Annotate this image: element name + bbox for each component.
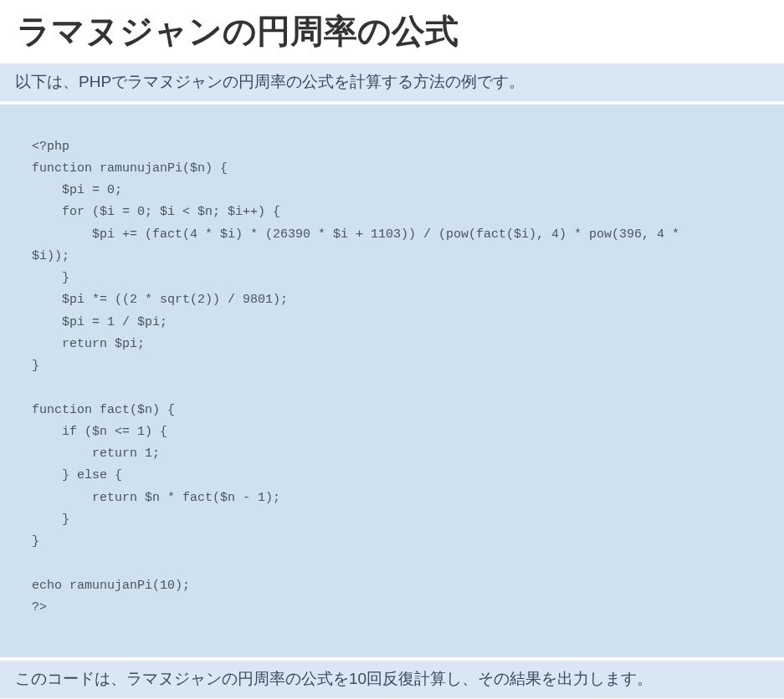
code-block: <?php function ramunujanPi($n) { $pi = 0… [0,105,784,658]
intro-paragraph: 以下は、PHPでラマヌジャンの円周率の公式を計算する方法の例です。 [0,64,784,101]
code-content: <?php function ramunujanPi($n) { $pi = 0… [32,136,752,620]
outro-paragraph: このコードは、ラマヌジャンの円周率の公式を10回反復計算し、その結果を出力します… [0,661,784,698]
page-title: ラマヌジャンの円周率の公式 [0,0,784,60]
